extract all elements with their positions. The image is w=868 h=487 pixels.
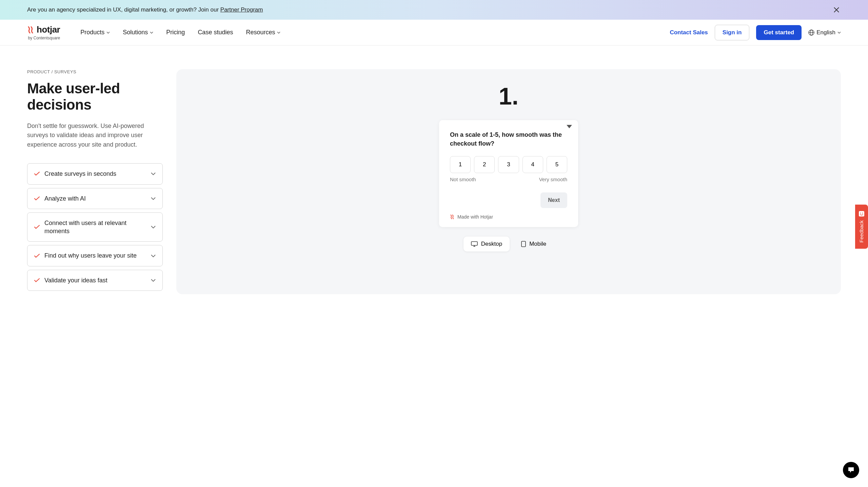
- accordion-analyze-ai[interactable]: Analyze with AI: [27, 188, 163, 209]
- chevron-down-icon: [150, 32, 153, 34]
- accordion-label: Connect with users at relevant moments: [44, 219, 146, 236]
- svg-rect-3: [521, 241, 526, 247]
- logo[interactable]: hotjar by Contentsquare: [27, 24, 60, 40]
- desktop-icon: [471, 241, 478, 247]
- survey-card: On a scale of 1-5, how smooth was the ch…: [439, 120, 578, 227]
- rating-low-label: Not smooth: [450, 176, 476, 182]
- made-with-hotjar[interactable]: Made with Hotjar: [450, 214, 567, 220]
- nav-label: Resources: [246, 29, 275, 36]
- check-icon: [34, 254, 40, 258]
- preview-panel: 1. On a scale of 1-5, how smooth was the…: [176, 69, 841, 294]
- hotjar-flame-icon: [27, 26, 35, 34]
- primary-nav: Products Solutions Pricing Case studies …: [80, 29, 670, 36]
- announcement-bar: Are you an agency specialized in UX, dig…: [0, 0, 868, 20]
- accordion-label: Find out why users leave your site: [44, 251, 146, 260]
- check-icon: [34, 278, 40, 282]
- collapse-caret-icon[interactable]: [567, 125, 572, 128]
- chevron-down-icon: [106, 32, 110, 34]
- announcement-prefix: Are you an agency specialized in UX, dig…: [27, 6, 220, 13]
- contact-sales-link[interactable]: Contact Sales: [670, 29, 708, 36]
- device-desktop[interactable]: Desktop: [463, 237, 510, 251]
- accordion-create-surveys[interactable]: Create surveys in seconds: [27, 163, 163, 184]
- rating-high-label: Very smooth: [539, 176, 567, 182]
- get-started-button[interactable]: Get started: [756, 25, 802, 40]
- svg-rect-4: [859, 211, 864, 217]
- rating-1[interactable]: 1: [450, 156, 471, 173]
- close-icon[interactable]: [832, 5, 841, 14]
- left-column: PRODUCT / SURVEYS Make user-led decision…: [27, 69, 163, 294]
- device-label: Mobile: [529, 241, 546, 247]
- svg-rect-2: [471, 242, 477, 245]
- accordion-validate-ideas[interactable]: Validate your ideas fast: [27, 270, 163, 291]
- language-selector[interactable]: English: [808, 29, 841, 36]
- device-mobile[interactable]: Mobile: [514, 237, 554, 251]
- survey-question: On a scale of 1-5, how smooth was the ch…: [450, 130, 567, 148]
- lang-label: English: [816, 29, 835, 36]
- nav-label: Pricing: [166, 29, 185, 36]
- chevron-down-icon: [837, 32, 841, 34]
- check-icon: [34, 225, 40, 229]
- accordion-label: Analyze with AI: [44, 194, 146, 203]
- nav-case-studies[interactable]: Case studies: [198, 29, 233, 36]
- logo-byline: by Contentsquare: [27, 36, 60, 40]
- rating-5[interactable]: 5: [547, 156, 567, 173]
- nav-label: Products: [80, 29, 104, 36]
- rating-row: 1 2 3 4 5: [450, 156, 567, 173]
- main-header: hotjar by Contentsquare Products Solutio…: [0, 20, 868, 45]
- rating-3[interactable]: 3: [498, 156, 519, 173]
- mobile-icon: [521, 241, 526, 247]
- chevron-down-icon: [151, 172, 156, 175]
- chevron-down-icon: [151, 255, 156, 257]
- made-with-label: Made with Hotjar: [457, 214, 493, 220]
- partner-link[interactable]: Partner Program: [220, 6, 263, 13]
- device-label: Desktop: [481, 241, 502, 247]
- nav-right: Contact Sales Sign in Get started Englis…: [670, 25, 841, 40]
- chevron-down-icon: [151, 279, 156, 282]
- page-description: Don't settle for guesswork. Use AI-power…: [27, 121, 156, 150]
- chevron-down-icon: [151, 197, 156, 200]
- accordion-label: Validate your ideas fast: [44, 276, 146, 284]
- step-number: 1.: [499, 83, 518, 110]
- announcement-text: Are you an agency specialized in UX, dig…: [27, 6, 263, 13]
- accordion-find-out-why[interactable]: Find out why users leave your site: [27, 245, 163, 266]
- chevron-down-icon: [277, 32, 280, 34]
- accordion-connect-users[interactable]: Connect with users at relevant moments: [27, 212, 163, 242]
- hotjar-flame-icon: [450, 214, 455, 219]
- main-content: PRODUCT / SURVEYS Make user-led decision…: [0, 45, 868, 308]
- sign-in-button[interactable]: Sign in: [715, 25, 750, 40]
- device-toggle: Desktop Mobile: [463, 237, 554, 251]
- nav-products[interactable]: Products: [80, 29, 110, 36]
- breadcrumb: PRODUCT / SURVEYS: [27, 69, 163, 74]
- rating-4[interactable]: 4: [522, 156, 543, 173]
- next-button[interactable]: Next: [540, 192, 567, 208]
- nav-pricing[interactable]: Pricing: [166, 29, 185, 36]
- globe-icon: [808, 30, 814, 36]
- feedback-label: Feedback: [859, 220, 865, 243]
- smiley-icon: [859, 211, 865, 217]
- accordion-label: Create surveys in seconds: [44, 170, 146, 178]
- chevron-down-icon: [151, 226, 156, 228]
- rating-labels: Not smooth Very smooth: [450, 176, 567, 182]
- check-icon: [34, 172, 40, 176]
- nav-resources[interactable]: Resources: [246, 29, 280, 36]
- nav-solutions[interactable]: Solutions: [123, 29, 153, 36]
- logo-text: hotjar: [37, 24, 60, 35]
- page-title: Make user-led decisions: [27, 80, 163, 113]
- rating-2[interactable]: 2: [474, 156, 495, 173]
- nav-label: Solutions: [123, 29, 148, 36]
- nav-label: Case studies: [198, 29, 233, 36]
- feedback-tab[interactable]: Feedback: [855, 205, 868, 249]
- check-icon: [34, 196, 40, 201]
